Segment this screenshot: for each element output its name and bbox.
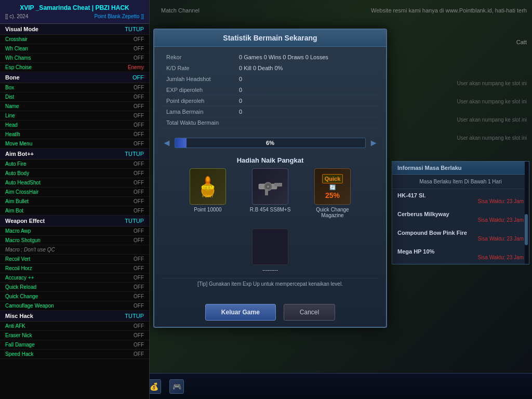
sidebar-value-espchoise: Enemy bbox=[128, 64, 144, 70]
sidebar-row-antiafk[interactable]: Anti AFK OFF bbox=[0, 322, 149, 331]
sidebar-row-autobody[interactable]: Auto Body OFF bbox=[0, 169, 149, 178]
sidebar-label-quickchange: Quick Change bbox=[5, 294, 38, 299]
sidebar-row-quickreload[interactable]: Quick Reload OFF bbox=[0, 283, 149, 292]
sidebar-label-antiafk: Anti AFK bbox=[5, 323, 25, 329]
sidebar-value-recoilvert: OFF bbox=[134, 256, 144, 262]
sidebar-section-bone-value: OFF bbox=[132, 74, 144, 81]
keluar-game-button[interactable]: Keluar Game bbox=[205, 304, 276, 321]
sidebar-copyright: [[ c). 2024 bbox=[5, 14, 28, 19]
sidebar-section-weapon-value: TUTUP bbox=[125, 218, 144, 224]
stat-row-headshot: Jumlah Headshot 0 bbox=[162, 74, 378, 85]
sidebar-section-weapon-label: Weapon Effect bbox=[5, 218, 45, 224]
sidebar-row-aimbullet[interactable]: Aim Bullet OFF bbox=[0, 197, 149, 206]
sidebar-label-autobody: Auto Body bbox=[5, 170, 29, 176]
sidebar-label-box: Box bbox=[5, 85, 14, 90]
sidebar-row-dist[interactable]: Dist OFF bbox=[0, 92, 149, 102]
progress-right-arrow: ► bbox=[369, 138, 378, 149]
svg-rect-8 bbox=[274, 183, 282, 187]
stat-label-rekor: Rekor bbox=[162, 52, 235, 63]
sidebar-label-macroshotgun: Macro Shotgun bbox=[5, 237, 41, 243]
sidebar-label-quickreload: Quick Reload bbox=[5, 284, 36, 290]
sidebar-value-crosshair: OFF bbox=[134, 36, 144, 42]
sidebar-label-accuracy: Accuracy ++ bbox=[5, 275, 34, 281]
stat-label-point: Point diperoleh bbox=[162, 96, 235, 107]
progress-bar-container: 6% bbox=[175, 134, 366, 152]
sidebar-section-weapon[interactable]: Weapon Effect TUTUP bbox=[0, 216, 149, 227]
item-entry-hk417: HK-417 SI. Sisa Waktu: 23 Jam bbox=[392, 189, 529, 208]
sidebar-section-misc-value: TUTUP bbox=[125, 313, 144, 319]
sidebar-value-whclean: OFF bbox=[134, 46, 144, 51]
dialog-buttons: Keluar Game Cancel bbox=[154, 300, 386, 327]
item-name-megahp: Mega HP 10% bbox=[397, 248, 524, 255]
stat-value-headshot: 0 bbox=[235, 74, 378, 85]
sidebar-row-movemenu[interactable]: Move Menu OFF bbox=[0, 139, 149, 149]
sidebar-section-aimbot[interactable]: Aim Bot++ TUTUP bbox=[0, 149, 149, 159]
sidebar-section-misc[interactable]: Misc Hack TUTUP bbox=[0, 311, 149, 322]
sidebar-row-espchoise[interactable]: Esp Choise Enemy bbox=[0, 63, 149, 72]
sidebar-row-macroshotgun[interactable]: Macro Shotgun OFF bbox=[0, 236, 149, 245]
hadiah-item-reload: Quick 🔄 25% Quick Change Magazine bbox=[307, 168, 358, 218]
sidebar-section-visual-mode[interactable]: Visual Mode TUTUP bbox=[0, 24, 149, 35]
item-timer-compoundbow: Sisa Waktu: 23 Jam bbox=[397, 236, 524, 242]
sidebar-row-name[interactable]: Name OFF bbox=[0, 102, 149, 111]
sidebar-section-misc-label: Misc Hack bbox=[5, 313, 33, 319]
stat-value-rekor: 0 Games 0 Wins 0 Draws 0 Losses bbox=[235, 52, 378, 63]
item-entry-cerberus: Cerberus Milkyway Sisa Waktu: 23 Jam bbox=[392, 208, 529, 227]
sidebar-row-whclean[interactable]: Wh Clean OFF bbox=[0, 44, 149, 54]
hadiah-icon-gun bbox=[252, 168, 288, 205]
stats-table: Rekor 0 Games 0 Wins 0 Draws 0 Losses K/… bbox=[162, 52, 378, 128]
svg-text:POINT: POINT bbox=[202, 194, 214, 198]
sidebar-row-heatlh[interactable]: Heatlh OFF bbox=[0, 130, 149, 139]
svg-rect-11 bbox=[265, 189, 268, 195]
item-timer-hk417: Sisa Waktu: 23 Jam bbox=[397, 198, 524, 204]
sidebar-row-aimcrosshair[interactable]: Aim CrossHair OFF bbox=[0, 188, 149, 197]
sidebar-row-macrodntuseqc: Macro : Don't use QC bbox=[0, 245, 149, 255]
info-panel-title: Informasi Masa Berlaku bbox=[392, 162, 529, 175]
toolbar-item-8[interactable]: 🎮 bbox=[165, 377, 188, 396]
sidebar-row-quickchange[interactable]: Quick Change OFF bbox=[0, 292, 149, 301]
toolbar-icon-8: 🎮 bbox=[169, 379, 184, 394]
stat-label-kdrate: K/D Rate bbox=[162, 63, 235, 74]
stat-label-headshot: Jumlah Headshot bbox=[162, 74, 235, 85]
sidebar-row-crosshair[interactable]: Crosshair OFF bbox=[0, 35, 149, 44]
sidebar-label-recoilvert: Recoil Vert bbox=[5, 256, 30, 262]
stat-label-exp: EXP diperoleh bbox=[162, 85, 235, 96]
sidebar-value-macroawp: OFF bbox=[134, 228, 144, 234]
sidebar-row-recoilvert[interactable]: Recoil Vert OFF bbox=[0, 255, 149, 264]
sidebar-header: XVIP _Samarinda Cheat | PBZI HACK [[ c).… bbox=[0, 0, 149, 24]
cancel-button[interactable]: Cancel bbox=[284, 304, 335, 321]
sidebar-row-aimbot[interactable]: Aim Bot OFF bbox=[0, 206, 149, 216]
sidebar-label-head: Head bbox=[5, 122, 18, 128]
sidebar-row-erasernick[interactable]: Eraser Nick OFF bbox=[0, 331, 149, 340]
sidebar-row-line[interactable]: Line OFF bbox=[0, 111, 149, 121]
sidebar-row-head[interactable]: Head OFF bbox=[0, 121, 149, 130]
sidebar-label-camouflage: Camouflage Weapon bbox=[5, 303, 54, 309]
sidebar-row-speedhack[interactable]: Speed Hack OFF bbox=[0, 350, 149, 359]
sidebar-row-recoilhorz[interactable]: Recoil Horz OFF bbox=[0, 264, 149, 273]
sidebar-section-aimbot-value: TUTUP bbox=[125, 151, 144, 157]
info-panel-scrollbar[interactable] bbox=[525, 162, 529, 264]
hadiah-label-points: Point 10000 bbox=[182, 207, 234, 212]
sidebar-row-macroawp[interactable]: Macro Awp OFF bbox=[0, 227, 149, 236]
sidebar-row-accuracy[interactable]: Accuracy ++ OFF bbox=[0, 273, 149, 283]
progress-fill bbox=[175, 138, 187, 148]
svg-point-12 bbox=[267, 185, 269, 188]
sidebar-label-heatlh: Heatlh bbox=[5, 131, 20, 137]
sidebar-value-quickchange: OFF bbox=[134, 294, 144, 299]
topbar-right: Website resmi kami hanya di www.Pointbla… bbox=[371, 7, 527, 14]
sidebar-value-movemenu: OFF bbox=[134, 141, 144, 147]
item-name-compoundbow: Compound Bow Pink Fire bbox=[397, 230, 524, 236]
sidebar-row-whchams[interactable]: Wh Chams OFF bbox=[0, 54, 149, 63]
progress-percent: 6% bbox=[266, 140, 274, 146]
sidebar-row-camouflage[interactable]: Camouflage Weapon OFF bbox=[0, 301, 149, 311]
sidebar-row-box[interactable]: Box OFF bbox=[0, 83, 149, 92]
stat-row-rekor: Rekor 0 Games 0 Wins 0 Draws 0 Losses bbox=[162, 52, 378, 63]
sidebar-row-falldamage[interactable]: Fall Damage OFF bbox=[0, 340, 149, 350]
sidebar-row-autoheadshot[interactable]: Auto HeadShot OFF bbox=[0, 178, 149, 188]
sidebar-section-bone[interactable]: Bone OFF bbox=[0, 72, 149, 83]
hadiah-items-container: ITEM POINT Point 10000 bbox=[162, 168, 378, 273]
stat-row-exp: EXP diperoleh 0 bbox=[162, 85, 378, 96]
item-entry-megahp: Mega HP 10% Sisa Waktu: 23 Jam bbox=[392, 245, 529, 264]
sidebar-row-autofire[interactable]: Auto Fire OFF bbox=[0, 159, 149, 169]
stat-value-kdrate: 0 Kill 0 Death 0% bbox=[235, 63, 378, 74]
